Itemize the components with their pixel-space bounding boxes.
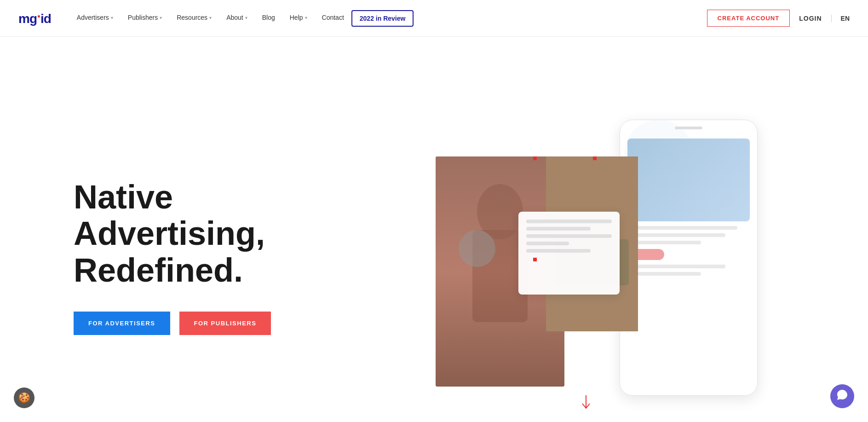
nav-item-blog[interactable]: Blog	[255, 0, 282, 37]
scroll-arrow[interactable]	[581, 395, 592, 413]
card-overlay	[518, 212, 620, 295]
logo[interactable]: mg·id	[18, 10, 51, 27]
scroll-arrow-icon	[581, 395, 592, 410]
chevron-down-icon: ▾	[160, 15, 162, 20]
phone-content-line	[627, 272, 701, 276]
chevron-down-icon: ▾	[209, 15, 212, 20]
create-account-button[interactable]: CREATE ACCOUNT	[707, 10, 790, 27]
nav-item-review[interactable]: 2022 in Review	[351, 10, 414, 27]
card-line	[526, 227, 591, 231]
chat-button[interactable]	[830, 384, 854, 408]
phone-content-line	[627, 265, 725, 268]
nav-item-resources[interactable]: Resources ▾	[169, 0, 219, 37]
dot-marker-1	[533, 156, 537, 160]
login-button[interactable]: LOGIN	[799, 15, 822, 22]
chevron-down-icon: ▾	[111, 15, 113, 20]
card-line	[526, 220, 612, 223]
for-advertisers-button[interactable]: FOR ADVERTISERS	[74, 312, 170, 335]
card-line	[526, 249, 591, 253]
hero-buttons: FOR ADVERTISERS FOR PUBLISHERS	[74, 312, 304, 335]
chat-icon	[836, 389, 848, 404]
hero-title: Native Advertising, Redefined.	[74, 179, 304, 289]
nav-item-advertisers[interactable]: Advertisers ▾	[69, 0, 121, 37]
navbar: mg·id Advertisers ▾ Publishers ▾ Resourc…	[0, 0, 868, 37]
phone-image-placeholder	[627, 139, 750, 221]
phone-content-line	[627, 226, 737, 230]
chat-bubble-icon	[836, 389, 848, 401]
phone-content-line	[627, 241, 701, 244]
dot-marker-2	[593, 156, 597, 160]
cookie-icon: 🍪	[18, 392, 30, 404]
cookie-settings-button[interactable]: 🍪	[14, 387, 34, 408]
hero-left: Native Advertising, Redefined. FOR ADVER…	[74, 179, 304, 335]
card-line	[526, 234, 612, 238]
phone-mockup-right	[620, 120, 758, 396]
nav-item-help[interactable]: Help ▾	[282, 0, 315, 37]
card-line	[526, 242, 569, 245]
nav-item-about[interactable]: About ▾	[219, 0, 255, 37]
dot-marker-3	[533, 258, 537, 261]
nav-right: CREATE ACCOUNT LOGIN EN	[707, 10, 850, 27]
nav-item-publishers[interactable]: Publishers ▾	[121, 0, 169, 37]
chevron-down-icon: ▾	[245, 15, 247, 20]
phone-content-line	[627, 233, 725, 237]
hero-section: Native Advertising, Redefined. FOR ADVER…	[0, 37, 868, 422]
hero-right	[304, 64, 868, 422]
for-publishers-button[interactable]: FOR PUBLISHERS	[179, 312, 271, 335]
language-selector[interactable]: EN	[831, 15, 850, 22]
chevron-down-icon: ▾	[305, 15, 307, 20]
nav-item-contact[interactable]: Contact	[315, 0, 351, 37]
nav-links: Advertisers ▾ Publishers ▾ Resources ▾ A…	[69, 0, 707, 37]
